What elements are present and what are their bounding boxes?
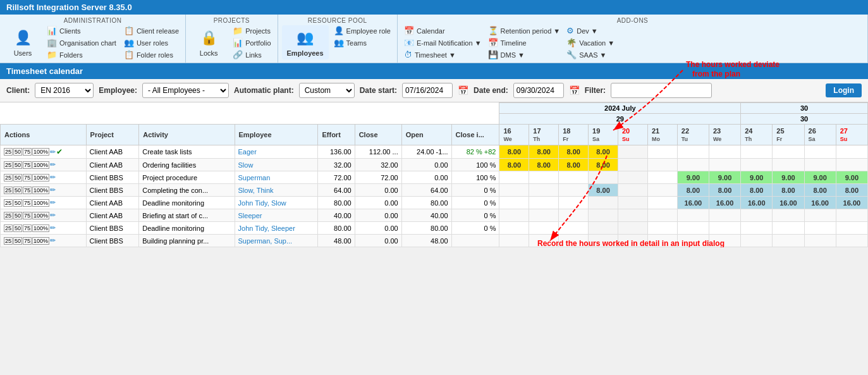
cell-day-0[interactable] [499, 235, 529, 247]
sidebar-item-calendar[interactable]: 📅 Calendar [401, 25, 484, 36]
dateend-calendar-icon[interactable]: 📅 [569, 85, 580, 95]
sidebar-item-employee-role[interactable]: 👤 Employee role [331, 25, 393, 36]
cell-day-9[interactable] [773, 159, 804, 171]
pct-25-btn[interactable]: 25 [4, 148, 13, 156]
cell-day-4[interactable] [618, 184, 648, 197]
sidebar-item-vacation[interactable]: 🌴 Vacation ▼ [564, 37, 617, 48]
cell-day-0[interactable]: 8.00 [499, 159, 529, 171]
cell-day-2[interactable]: 8.00 [559, 159, 589, 171]
pct-25-btn[interactable]: 25 [4, 174, 13, 181]
sidebar-item-links[interactable]: 🔗 Links [230, 49, 273, 60]
pct-75-btn[interactable]: 75 [23, 148, 32, 156]
pct-75-btn[interactable]: 75 [23, 224, 32, 232]
filter-input[interactable] [611, 83, 712, 98]
pct-50-btn[interactable]: 50 [13, 212, 22, 219]
pct-25-btn[interactable]: 25 [4, 237, 13, 245]
cell-day-7[interactable] [709, 209, 740, 222]
cell-day-1[interactable] [529, 171, 559, 184]
pct-100-btn[interactable]: 100% [32, 161, 49, 169]
cell-day-7[interactable] [709, 235, 740, 247]
cell-day-2[interactable] [559, 184, 589, 197]
sidebar-item-timeline[interactable]: 📅 Timeline [486, 37, 563, 48]
cell-day-5[interactable] [647, 145, 677, 159]
datestart-input[interactable] [402, 83, 453, 98]
cell-day-1[interactable]: 8.00 [529, 159, 559, 171]
edit-icon[interactable]: ✏ [50, 161, 56, 169]
pct-50-btn[interactable]: 50 [13, 161, 22, 169]
edit-icon[interactable]: ✏ [50, 148, 56, 156]
pct-100-btn[interactable]: 100% [32, 237, 49, 245]
cell-day-8[interactable] [741, 159, 773, 171]
cell-day-7[interactable] [709, 159, 740, 171]
cell-day-6[interactable] [677, 222, 709, 235]
employees-button[interactable]: 👥 Employees [282, 25, 329, 59]
cell-day-1[interactable] [529, 209, 559, 222]
autoplan-select[interactable]: Custom [299, 83, 355, 98]
cell-day-10[interactable] [804, 145, 836, 159]
cell-day-6[interactable] [677, 235, 709, 247]
cell-day-4[interactable] [618, 171, 648, 184]
cell-day-0[interactable] [499, 197, 529, 209]
pct-75-btn[interactable]: 75 [23, 161, 32, 169]
pct-75-btn[interactable]: 75 [23, 187, 32, 194]
cell-day-10[interactable] [804, 159, 836, 171]
cell-day-7[interactable]: 16.00 [709, 197, 740, 209]
check-icon[interactable]: ✔ [56, 147, 63, 156]
cell-day-0[interactable]: 8.00 [499, 145, 529, 159]
cell-day-8[interactable] [741, 145, 773, 159]
pct-75-btn[interactable]: 75 [23, 212, 32, 219]
sidebar-item-email-notification[interactable]: 📧 E-mail Notification ▼ [401, 37, 484, 48]
datestart-calendar-icon[interactable]: 📅 [458, 85, 468, 95]
pct-100-btn[interactable]: 100% [32, 212, 49, 219]
cell-day-11[interactable]: 16.00 [836, 197, 867, 209]
cell-day-10[interactable]: 16.00 [804, 197, 836, 209]
locks-button[interactable]: 🔒 Locks [190, 25, 228, 59]
edit-icon[interactable]: ✏ [50, 186, 56, 194]
cell-day-11[interactable] [836, 222, 867, 235]
cell-day-8[interactable] [741, 235, 773, 247]
cell-day-3[interactable]: 8.00 [589, 145, 618, 159]
cell-day-5[interactable] [647, 184, 677, 197]
sidebar-item-retention-period[interactable]: ⏳ Retention period ▼ [486, 25, 563, 36]
pct-75-btn[interactable]: 75 [23, 199, 32, 207]
cell-day-5[interactable] [647, 235, 677, 247]
sidebar-item-client-release[interactable]: 📋 Client release [121, 25, 181, 36]
pct-50-btn[interactable]: 50 [13, 148, 22, 156]
users-button[interactable]: 👤 Users [4, 25, 42, 59]
dateend-input[interactable] [513, 83, 564, 98]
sidebar-item-teams[interactable]: 👥 Teams [331, 37, 393, 48]
cell-day-10[interactable]: 9.00 [804, 171, 836, 184]
cell-day-4[interactable] [618, 209, 648, 222]
cell-day-6[interactable] [677, 159, 709, 171]
cell-day-3[interactable]: 8.00 [589, 184, 618, 197]
sidebar-item-clients[interactable]: 📊 Clients [44, 25, 119, 36]
cell-day-2[interactable] [559, 197, 589, 209]
edit-icon[interactable]: ✏ [50, 224, 56, 232]
cell-day-2[interactable] [559, 222, 589, 235]
pct-25-btn[interactable]: 25 [4, 212, 13, 219]
cell-day-11[interactable]: 8.00 [836, 184, 867, 197]
cell-day-5[interactable] [647, 197, 677, 209]
sidebar-item-user-roles[interactable]: 👥 User roles [121, 37, 181, 48]
cell-day-1[interactable] [529, 197, 559, 209]
cell-day-10[interactable] [804, 235, 836, 247]
pct-100-btn[interactable]: 100% [32, 199, 49, 207]
cell-day-1[interactable] [529, 184, 559, 197]
sidebar-item-dms[interactable]: 💾 DMS ▼ [486, 49, 563, 60]
cell-day-7[interactable] [709, 145, 740, 159]
cell-day-7[interactable]: 8.00 [709, 184, 740, 197]
edit-icon[interactable]: ✏ [50, 237, 56, 245]
cell-day-6[interactable]: 8.00 [677, 184, 709, 197]
cell-day-11[interactable] [836, 235, 867, 247]
employee-select[interactable]: - All Employees - [142, 83, 229, 98]
login-button[interactable]: Login [826, 83, 862, 97]
cell-day-6[interactable]: 16.00 [677, 197, 709, 209]
cell-day-6[interactable]: 9.00 [677, 171, 709, 184]
cell-day-11[interactable] [836, 159, 867, 171]
cell-day-5[interactable] [647, 159, 677, 171]
pct-50-btn[interactable]: 50 [13, 174, 22, 181]
cell-day-8[interactable]: 16.00 [741, 197, 773, 209]
cell-day-8[interactable] [741, 222, 773, 235]
cell-day-9[interactable]: 8.00 [773, 184, 804, 197]
pct-100-btn[interactable]: 100% [32, 224, 49, 232]
